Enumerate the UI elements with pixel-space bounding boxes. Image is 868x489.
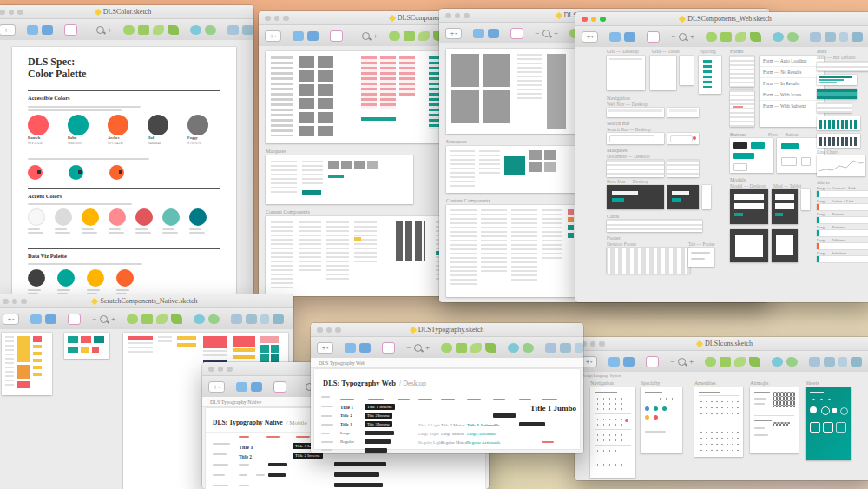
send-backward-icon[interactable] (246, 314, 257, 324)
form-variant[interactable]: Form — In Results (760, 78, 824, 89)
swatch[interactable] (116, 269, 134, 287)
oval-tool-icon[interactable] (194, 314, 205, 324)
dark-button[interactable] (733, 142, 747, 149)
magnifier-icon[interactable] (96, 26, 104, 34)
difference-icon[interactable] (168, 25, 179, 35)
insert-button[interactable]: +▾ (3, 314, 19, 325)
swatch[interactable] (189, 208, 207, 226)
difference-icon[interactable] (749, 357, 760, 367)
vector-tool-icon[interactable] (786, 357, 798, 367)
insert-symbol-icon[interactable] (345, 343, 356, 353)
rotate-icon[interactable] (382, 342, 395, 354)
magnifier-icon[interactable] (362, 32, 370, 40)
oval-tool-icon[interactable] (508, 343, 519, 353)
titlebar[interactable]: DLSColor.sketch (0, 5, 253, 19)
document-tablet-artboard[interactable] (667, 160, 699, 177)
send-backward-icon[interactable] (825, 32, 836, 42)
insert-artboard-icon[interactable] (359, 343, 371, 353)
type-variant-actionable[interactable]: Large Actionable (467, 432, 496, 436)
grid-desktop-artboard[interactable] (607, 56, 645, 90)
minimize-button[interactable] (218, 367, 224, 373)
bring-forward-icon[interactable] (231, 314, 242, 324)
zoom-out-button[interactable]: − (354, 31, 358, 40)
difference-icon[interactable] (485, 343, 496, 353)
search-field[interactable] (609, 135, 654, 142)
specialty-icons-artboard[interactable] (641, 387, 682, 453)
zoom-in-button[interactable]: + (554, 29, 558, 37)
subtract-icon[interactable] (720, 32, 732, 42)
canvas[interactable]: Grid — Desktop Grid — Tablet Spacing Nav… (575, 47, 868, 302)
modal-artboard[interactable] (772, 229, 798, 262)
footer-desktop-artboard[interactable] (607, 248, 690, 274)
titlebar[interactable]: DLSComponents_Web.sketch (575, 12, 868, 26)
subtract-icon[interactable] (456, 343, 467, 353)
zoom-window-button[interactable] (599, 341, 605, 347)
zoom-out-button[interactable]: − (535, 29, 539, 37)
navigation-icons-artboard[interactable] (590, 387, 635, 478)
canvas[interactable]: DLS Typography Web DLS: Typography Web /… (311, 358, 583, 453)
insert-symbol-icon[interactable] (236, 382, 247, 392)
close-button[interactable] (582, 17, 588, 23)
rotate-icon[interactable] (64, 24, 77, 36)
swatch[interactable] (162, 208, 180, 226)
alert-row[interactable] (817, 230, 868, 236)
oval-tool-icon[interactable] (773, 32, 784, 42)
teal-button[interactable] (733, 153, 754, 159)
zoom-window-button[interactable] (600, 17, 606, 23)
icon-button[interactable] (801, 157, 811, 166)
vector-tool-icon[interactable] (523, 343, 534, 353)
type-variant-actionable[interactable]: Regular Actionable (467, 440, 501, 445)
union-icon[interactable] (123, 25, 135, 35)
rotate-icon[interactable] (510, 28, 523, 39)
form-artboard[interactable] (730, 56, 754, 87)
form-variant[interactable]: Form — With Subtext (760, 101, 824, 111)
close-button[interactable] (445, 13, 451, 19)
form-artboard[interactable] (730, 90, 754, 127)
titlebar[interactable]: DLSTypography.sketch (311, 323, 583, 337)
zoom-window-button[interactable] (21, 299, 27, 305)
bring-forward-icon[interactable] (810, 32, 821, 42)
difference-icon[interactable] (750, 32, 761, 42)
minimize-button[interactable] (12, 299, 18, 305)
scratch-chips-artboard[interactable] (64, 333, 109, 359)
intersect-icon[interactable] (156, 314, 168, 324)
bring-forward-icon[interactable] (227, 25, 239, 35)
zoom-in-button[interactable]: + (373, 31, 378, 40)
grid-tablet-artboard[interactable] (650, 56, 676, 90)
data-artboard[interactable] (817, 62, 868, 71)
swatch[interactable] (187, 115, 208, 135)
zoom-in-button[interactable]: + (111, 314, 115, 323)
form-variant[interactable]: Form — Auto Loading (760, 56, 824, 67)
content-components-artboard[interactable] (446, 205, 576, 297)
nav-desktop-artboard[interactable] (607, 108, 664, 117)
insert-symbol-icon[interactable] (473, 29, 484, 38)
form-variants-list[interactable]: Form — Auto Loading Form — No Results Fo… (760, 56, 824, 127)
group-icon[interactable] (260, 314, 269, 324)
typography-web-page[interactable]: DLS: Typography Web / Desktop Title 1 Ti… (314, 369, 580, 449)
swatch[interactable] (69, 165, 83, 180)
minimize-button[interactable] (9, 10, 15, 16)
modal-artboard[interactable] (730, 229, 768, 262)
type-variant-actionable[interactable]: Title 3 Actionable (467, 423, 500, 427)
titlebar[interactable]: DLSIcons.sketch (575, 337, 868, 351)
close-button[interactable] (265, 16, 271, 22)
rotate-icon[interactable] (273, 381, 286, 393)
close-button[interactable] (317, 327, 323, 334)
minimize-button[interactable] (591, 17, 597, 23)
subtract-icon[interactable] (141, 314, 153, 324)
line-chart-artboard[interactable] (817, 155, 865, 176)
zoom-in-button[interactable]: + (425, 343, 430, 352)
window-dlsicons[interactable]: DLSIcons.sketch +▾ − + ♥ ☁ ↑ » Design La… (575, 337, 868, 480)
zoom-window-button[interactable] (227, 367, 233, 373)
form-variant[interactable]: Form — With Icons (760, 89, 824, 101)
zoom-out-button[interactable]: − (92, 314, 96, 323)
rotate-icon[interactable] (330, 30, 343, 42)
group-icon[interactable] (575, 343, 583, 353)
modal-desktop-artboard[interactable] (730, 189, 768, 224)
swatch[interactable] (135, 208, 153, 226)
swatch[interactable] (82, 208, 99, 226)
canvas[interactable]: Design Language System Navigation Specia… (575, 372, 868, 480)
intersect-icon[interactable] (734, 357, 746, 367)
magnifier-icon[interactable] (414, 344, 422, 352)
hero-tablet-artboard[interactable] (667, 185, 699, 209)
